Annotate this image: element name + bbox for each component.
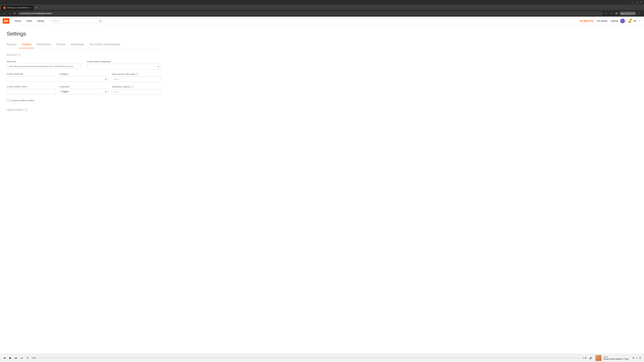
svg-rect-1 (5, 20, 6, 22)
rss-feed-group: RSS feed (7, 60, 80, 69)
custom-feed-title-label: Custom feed title (7, 73, 56, 75)
for-artists-link[interactable]: For Artists (596, 19, 609, 22)
tab-privacy[interactable]: Privacy (54, 41, 68, 48)
svg-rect-4 (7, 20, 7, 22)
stats-service-label: Stats-service URL prefix ? (112, 73, 161, 75)
upload-button[interactable]: Upload (610, 19, 620, 22)
custom-author-label: Custom author name (7, 85, 56, 88)
email-address-select-container (87, 64, 161, 69)
explicit-content-group: Contains explicit content (7, 99, 161, 102)
language-label: Language* (59, 85, 108, 88)
rss-feed-section-header: RSS feed ? (7, 54, 161, 56)
category-label: Category* (59, 73, 108, 75)
subscriber-redirect-input[interactable] (112, 89, 161, 94)
tab-notifications[interactable]: Notifications (34, 41, 54, 48)
svg-rect-0 (5, 20, 5, 22)
category-group: Category* (59, 73, 108, 82)
browser-more-button[interactable]: ⋮ (636, 11, 642, 15)
reload-button[interactable]: ↻ (13, 11, 17, 15)
search-input[interactable] (50, 18, 103, 23)
extensions-icon[interactable]: ⊞ (614, 11, 619, 15)
svg-rect-5 (7, 20, 8, 22)
custom-feed-title-input[interactable] (7, 76, 56, 82)
tab-content[interactable]: Content (19, 41, 34, 48)
incognito-badge: 🕵 Incognito (2) (620, 11, 636, 15)
language-group: Language* English (59, 85, 108, 94)
upload-defaults-header: Upload Defaults ? (7, 108, 161, 111)
tab-title: Settings on SoundCloud (7, 6, 29, 9)
avatar-dropdown-button[interactable]: ▾ (626, 20, 626, 22)
search-container: 🔍 (50, 18, 103, 23)
svg-rect-6 (8, 20, 8, 22)
subscriber-redirect-group: Subscriber redirect ? (112, 85, 161, 94)
back-button[interactable]: ← (2, 11, 7, 15)
email-address-select[interactable] (87, 64, 161, 69)
svg-rect-3 (6, 20, 6, 22)
bookmark-icon[interactable]: ☆ (604, 11, 608, 15)
email-address-label: Email address displayed (87, 60, 161, 63)
site-navigation: Home Feed Library 🔍 Try Next Pro For Art… (0, 16, 644, 25)
nav-home[interactable]: Home (12, 16, 24, 25)
minimize-button[interactable]: — (631, 1, 634, 4)
tab-advertising[interactable]: Advertising (68, 41, 86, 48)
notification-indicator (630, 19, 632, 20)
category-select-container (59, 76, 108, 82)
category-select[interactable] (59, 76, 108, 82)
custom-author-group: Custom author name (7, 85, 56, 94)
language-required: * (69, 85, 70, 88)
tab-close-icon[interactable]: × (30, 6, 31, 9)
subscriber-redirect-label: Subscriber redirect ? (112, 85, 161, 88)
nav-library[interactable]: Library (34, 16, 47, 25)
svg-rect-7 (8, 20, 8, 22)
forward-button[interactable]: → (8, 11, 12, 15)
page-content: Settings Account Content Notifications P… (0, 25, 168, 120)
url-bar[interactable] (18, 11, 603, 15)
settings-form: RSS feed Email address displayed Custom … (7, 60, 161, 102)
search-button[interactable]: 🔍 (99, 19, 102, 22)
custom-author-input[interactable] (7, 89, 56, 94)
try-next-pro-button[interactable]: Try Next Pro (578, 19, 595, 22)
soundcloud-logo[interactable] (3, 18, 10, 24)
upload-defaults-section: Upload Defaults ? (7, 108, 161, 111)
language-select-container: English (59, 89, 108, 94)
close-button[interactable]: × (640, 1, 642, 4)
stats-service-group: Stats-service URL prefix ? (112, 73, 161, 82)
nav-actions: Try Next Pro For Artists Upload ▾ 🔔 ✉ ··… (578, 18, 641, 23)
explicit-checkbox[interactable] (7, 99, 9, 102)
stats-service-help-icon[interactable]: ? (136, 73, 138, 75)
custom-feed-title-group: Custom feed title (7, 73, 56, 82)
rss-feed-help-icon[interactable]: ? (18, 54, 21, 56)
stats-service-input[interactable] (112, 76, 161, 82)
new-tab-button[interactable]: + (34, 6, 39, 9)
tab-two-factor[interactable]: Two Factor Authentication (87, 41, 123, 48)
tab-account[interactable]: Account (7, 41, 19, 48)
rss-feed-section-title: RSS feed (7, 54, 17, 56)
tab-favicon (3, 6, 6, 9)
settings-tabs: Account Content Notifications Privacy Ad… (7, 41, 161, 48)
svg-rect-2 (6, 20, 6, 22)
rss-feed-label: RSS feed (7, 60, 80, 63)
messages-button[interactable]: ✉ (633, 18, 637, 23)
email-address-group: Email address displayed (87, 60, 161, 69)
browser-tab[interactable]: Settings on SoundCloud × (1, 5, 34, 10)
subscriber-redirect-help-icon[interactable]: ? (131, 85, 134, 88)
maximize-button[interactable]: □ (636, 1, 638, 4)
download-icon[interactable]: ↓ (609, 11, 613, 15)
logo-icon (4, 19, 8, 23)
page-title: Settings (7, 31, 161, 37)
upload-defaults-help-icon[interactable]: ? (25, 108, 28, 111)
more-options-button[interactable]: ··· (638, 18, 641, 23)
user-avatar[interactable] (620, 18, 625, 23)
notifications-button[interactable]: 🔔 (627, 18, 632, 23)
rss-feed-input[interactable] (7, 64, 80, 69)
nav-feed[interactable]: Feed (24, 16, 34, 25)
language-select[interactable]: English (59, 89, 108, 94)
category-required: * (68, 73, 69, 75)
explicit-checkbox-label[interactable]: Contains explicit content (10, 99, 34, 102)
upload-defaults-title: Upload Defaults (7, 108, 24, 111)
